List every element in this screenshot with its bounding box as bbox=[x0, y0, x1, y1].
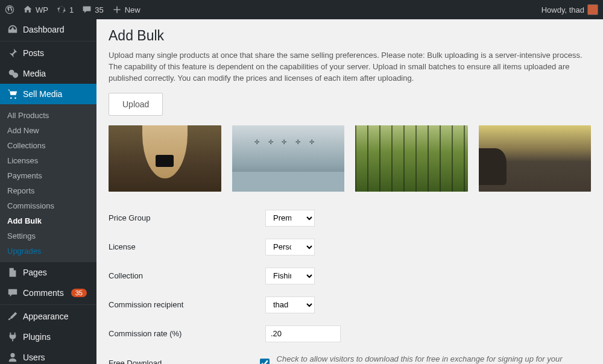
submenu-sell-media: All Products Add New Collections License… bbox=[0, 104, 96, 262]
submenu-payments[interactable]: Payments bbox=[0, 168, 96, 183]
avatar bbox=[587, 4, 598, 15]
rate-input[interactable] bbox=[265, 325, 341, 342]
submenu-collections[interactable]: Collections bbox=[0, 138, 96, 153]
free-download-label: Free Download bbox=[109, 359, 260, 364]
thumbnail-3[interactable] bbox=[355, 125, 468, 192]
menu-users[interactable]: Users bbox=[0, 347, 96, 364]
updates-count: 1 bbox=[69, 5, 74, 14]
media-icon bbox=[7, 68, 18, 79]
comments-count-badge: 35 bbox=[71, 289, 87, 297]
price-group-label: Price Group bbox=[109, 213, 265, 222]
submenu-all-products[interactable]: All Products bbox=[0, 108, 96, 123]
collection-label: Collection bbox=[109, 271, 265, 280]
license-label: License bbox=[109, 242, 265, 251]
upload-button[interactable]: Upload bbox=[109, 93, 163, 116]
updates-link[interactable]: 1 bbox=[57, 5, 74, 14]
user-icon bbox=[7, 352, 18, 363]
thumbnail-2[interactable] bbox=[232, 125, 345, 192]
free-download-checkbox[interactable] bbox=[260, 359, 269, 364]
menu-appearance[interactable]: Appearance bbox=[0, 306, 96, 327]
page-description: Upload many single products at once that… bbox=[109, 50, 591, 84]
pin-icon bbox=[7, 48, 18, 58]
admin-toolbar: WP 1 35 New Howdy, thad bbox=[0, 0, 603, 19]
collection-select[interactable]: Fishing bbox=[265, 268, 315, 284]
new-content-link[interactable]: New bbox=[112, 5, 140, 14]
submenu-add-new[interactable]: Add New bbox=[0, 123, 96, 138]
recipient-label: Commission recipient bbox=[109, 300, 265, 309]
menu-comments[interactable]: Comments 35 bbox=[0, 283, 96, 303]
howdy-text: Howdy, thad bbox=[541, 5, 584, 14]
menu-plugins[interactable]: Plugins bbox=[0, 327, 96, 347]
site-home-link[interactable]: WP bbox=[23, 5, 48, 14]
price-group-select[interactable]: Premium bbox=[265, 210, 315, 227]
cart-icon bbox=[7, 89, 18, 99]
thumbnail-4[interactable] bbox=[479, 125, 592, 192]
menu-pages[interactable]: Pages bbox=[0, 262, 96, 283]
dashboard-icon bbox=[7, 24, 18, 35]
submenu-settings[interactable]: Settings bbox=[0, 228, 96, 243]
submenu-reports[interactable]: Reports bbox=[0, 183, 96, 198]
menu-media[interactable]: Media bbox=[0, 63, 96, 84]
pages-icon bbox=[7, 267, 18, 278]
rate-label: Commission rate (%) bbox=[109, 329, 265, 338]
admin-menu: Dashboard Posts Media Sell Media All Pro… bbox=[0, 19, 96, 364]
new-label: New bbox=[125, 5, 140, 14]
menu-posts[interactable]: Posts bbox=[0, 43, 96, 63]
wp-logo[interactable] bbox=[5, 5, 14, 14]
toolbar-comment-count: 35 bbox=[95, 5, 103, 14]
submenu-commissions[interactable]: Commissions bbox=[0, 198, 96, 213]
comment-icon bbox=[7, 287, 18, 298]
page-content: Add Bulk Upload many single products at … bbox=[96, 19, 603, 364]
recipient-select[interactable]: thad bbox=[265, 297, 315, 313]
thumbnail-1[interactable] bbox=[109, 125, 221, 192]
brush-icon bbox=[7, 311, 18, 322]
menu-dashboard[interactable]: Dashboard bbox=[0, 19, 96, 40]
upload-thumbnails bbox=[109, 125, 591, 192]
submenu-add-bulk[interactable]: Add Bulk bbox=[0, 213, 96, 228]
comments-link[interactable]: 35 bbox=[82, 5, 103, 14]
account-link[interactable]: Howdy, thad bbox=[541, 4, 598, 15]
site-name: WP bbox=[36, 5, 48, 14]
submenu-licenses[interactable]: Licenses bbox=[0, 153, 96, 168]
free-download-help: Check to allow visitors to download this… bbox=[277, 354, 591, 364]
submenu-upgrades[interactable]: Upgrades bbox=[0, 243, 96, 259]
menu-sell-media[interactable]: Sell Media bbox=[0, 84, 96, 104]
page-title: Add Bulk bbox=[109, 28, 591, 44]
plug-icon bbox=[7, 331, 18, 342]
license-select[interactable]: Personal bbox=[265, 239, 315, 256]
